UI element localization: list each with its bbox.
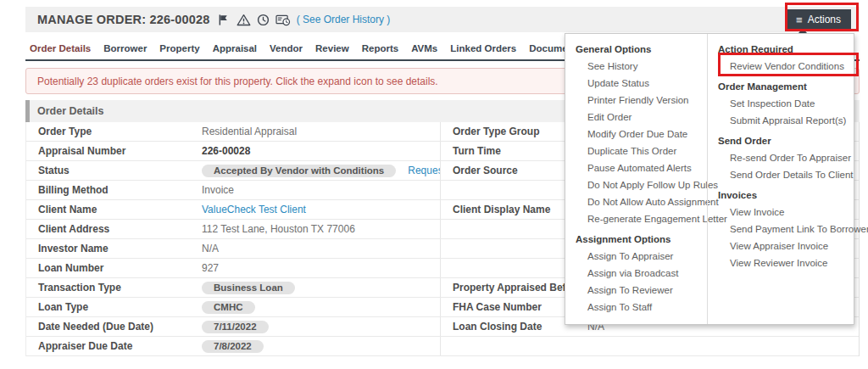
menu-item[interactable]: Submit Appraisal Report(s) xyxy=(708,112,854,129)
menu-section: Assignment Options Assign To Appraiser A… xyxy=(565,231,707,316)
field-value: N/A xyxy=(200,243,440,254)
actions-dropdown-menu: General Options See History Update Statu… xyxy=(565,33,854,325)
field-value: Accepted By Vendor with Conditions Reque… xyxy=(200,165,440,177)
menu-section: Invoices View Invoice Send Payment Link … xyxy=(708,187,854,271)
order-history-icon[interactable] xyxy=(275,14,291,26)
section-accent-bar xyxy=(25,100,30,122)
menu-item[interactable]: View Invoice xyxy=(708,204,854,221)
see-order-history-link[interactable]: ( See Order History ) xyxy=(297,14,391,25)
field-value: 7/11/2022 xyxy=(200,321,440,333)
tab[interactable]: Reports xyxy=(362,43,398,53)
menu-item[interactable]: Edit Order xyxy=(565,109,707,126)
menu-section-header: Invoices xyxy=(708,187,854,204)
dropdown-column-left: General Options See History Update Statu… xyxy=(565,34,707,324)
menu-item[interactable]: Do Not Allow Auto Assignment xyxy=(565,193,707,210)
field-text: Invoice xyxy=(202,184,234,196)
field-text: N/A xyxy=(202,243,219,254)
menu-item-list: Review Vendor Conditions xyxy=(708,58,854,75)
actions-button-label: Actions xyxy=(808,14,841,25)
menu-item[interactable]: Send Order Details To Client xyxy=(708,166,854,183)
menu-section-header: Action Required xyxy=(708,41,854,58)
status-badge: Accepted By Vendor with Conditions xyxy=(202,165,396,177)
field-value: Invoice xyxy=(200,184,440,196)
menu-item[interactable]: Printer Friendly Version xyxy=(565,92,707,109)
menu-item[interactable]: See History xyxy=(565,58,707,75)
field-value: 112 Test Lane, Houston TX 77006 xyxy=(200,223,440,235)
tab[interactable]: Borrower xyxy=(103,43,147,53)
status-badge: Business Loan xyxy=(202,282,295,294)
menu-item[interactable]: View Appraiser Invoice xyxy=(708,238,854,254)
menu-item-list: Assign To Appraiser Assign via Broadcast… xyxy=(565,248,707,316)
menu-item[interactable]: View Reviewer Invoice xyxy=(708,254,854,271)
menu-item[interactable]: Duplicate This Order xyxy=(565,143,707,159)
menu-section: Order Management Set Inspection Date Sub… xyxy=(708,78,854,129)
field-value: Business Loan xyxy=(200,282,440,294)
menu-item[interactable]: Assign To Staff xyxy=(565,299,707,316)
field-value: CMHC xyxy=(200,301,440,314)
page-title: MANAGE ORDER: 226-00028 xyxy=(37,13,210,26)
status-badge: CMHC xyxy=(202,301,255,314)
field-text: 226-00028 xyxy=(202,145,250,157)
hamburger-icon: ≡ xyxy=(796,14,803,25)
status-badge: 7/11/2022 xyxy=(202,321,269,333)
menu-item[interactable]: Re-generate Engagement Letter xyxy=(565,210,707,227)
menu-item[interactable]: Send Payment Link To Borrower xyxy=(708,221,854,238)
menu-item-list: View Invoice Send Payment Link To Borrow… xyxy=(708,204,854,271)
dropdown-column-right: Action Required Review Vendor Conditions… xyxy=(707,34,854,324)
tab[interactable]: Order Details xyxy=(30,43,91,53)
field-label xyxy=(440,337,586,355)
field-text: 927 xyxy=(202,262,219,274)
section-title: Order Details xyxy=(37,105,104,117)
menu-item[interactable]: Assign To Reviewer xyxy=(565,282,707,299)
field-label: Status xyxy=(26,165,200,176)
tab[interactable]: AVMs xyxy=(411,43,437,53)
tab[interactable]: Linked Orders xyxy=(450,43,516,53)
menu-section-header: Send Order xyxy=(708,132,854,149)
tab[interactable]: Vendor xyxy=(270,43,303,53)
field-label: Appraisal Number xyxy=(26,145,200,157)
menu-item[interactable]: Re-send Order To Appraiser xyxy=(708,149,854,166)
menu-item[interactable]: Set Inspection Date xyxy=(708,95,854,112)
menu-item-list: Re-send Order To Appraiser Send Order De… xyxy=(708,149,854,183)
field-label: Order Type xyxy=(26,126,200,137)
menu-item-list: Set Inspection Date Submit Appraisal Rep… xyxy=(708,95,854,129)
menu-section-header: Assignment Options xyxy=(565,231,707,248)
field-value: 226-00028 xyxy=(200,145,440,157)
menu-item[interactable]: Update Status xyxy=(565,75,707,92)
field-label: Loan Type xyxy=(26,301,200,313)
menu-item[interactable]: Review Vendor Conditions xyxy=(708,58,854,75)
title-bar: MANAGE ORDER: 226-00028 xyxy=(25,7,860,32)
field-value: 927 xyxy=(200,262,440,274)
field-link[interactable]: Request Status Update xyxy=(408,165,440,176)
menu-item[interactable]: Do Not Apply Follow Up Rules xyxy=(565,176,707,193)
menu-item[interactable]: Assign via Broadcast xyxy=(565,265,707,282)
menu-item[interactable]: Modify Order Due Date xyxy=(565,126,707,143)
field-text: 112 Test Lane, Houston TX 77006 xyxy=(202,223,355,235)
flag-icon[interactable] xyxy=(218,14,231,26)
field-label: Appraiser Due Date xyxy=(26,340,200,352)
field-label: Client Address xyxy=(26,223,200,235)
menu-item[interactable]: Assign To Appraiser xyxy=(565,248,707,265)
field-label: Billing Method xyxy=(26,184,200,196)
field-value: ValueCheck Test Client xyxy=(200,204,440,215)
field-label: Investor Name xyxy=(26,243,200,254)
field-link[interactable]: ValueCheck Test Client xyxy=(202,204,306,215)
status-badge: 7/8/2022 xyxy=(202,340,264,353)
menu-item[interactable]: Pause Automated Alerts xyxy=(565,159,707,176)
clock-icon[interactable] xyxy=(257,14,270,26)
tab[interactable]: Property xyxy=(159,43,199,53)
field-label: Client Name xyxy=(26,204,200,215)
field-value: Residential Appraisal xyxy=(200,126,440,137)
field-label: Loan Number xyxy=(26,262,200,274)
field-label: Date Needed (Due Date) xyxy=(26,321,200,333)
warning-icon[interactable] xyxy=(236,14,251,26)
title-icons xyxy=(218,14,291,26)
tab[interactable]: Appraisal xyxy=(213,43,257,53)
actions-button[interactable]: ≡ Actions xyxy=(786,9,851,30)
manage-order-page: MANAGE ORDER: 226-00028 xyxy=(0,0,868,369)
alert-message: Potentially 23 duplicate orders exist fo… xyxy=(37,75,438,87)
menu-section-header: General Options xyxy=(565,41,707,58)
tab[interactable]: Review xyxy=(315,43,349,53)
field-label: Transaction Type xyxy=(26,282,200,294)
dropdown-caret xyxy=(798,28,807,33)
